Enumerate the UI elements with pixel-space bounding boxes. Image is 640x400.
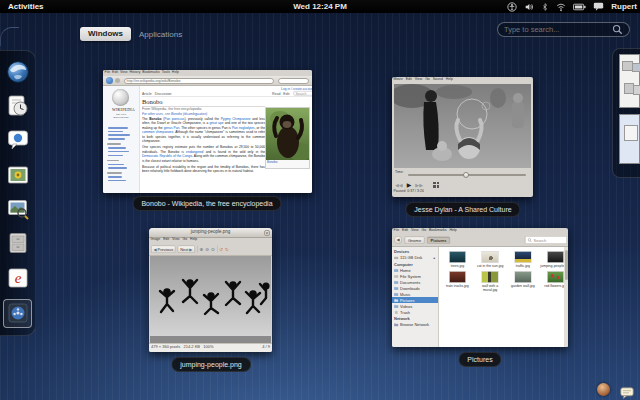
- tray-chat-icon[interactable]: [620, 385, 634, 400]
- next-button: Next▶: [178, 245, 195, 253]
- tab-windows[interactable]: Windows: [80, 27, 131, 41]
- scrollbar-thumb: [565, 250, 568, 280]
- rotate-right-icon: ↻: [225, 247, 229, 252]
- bonobo-photo: Bonobo: [265, 107, 310, 169]
- battery-icon[interactable]: [573, 3, 586, 11]
- viewer-statusbar: 479 × 360 pixels 214.2 KB 100% 4 / 9: [149, 343, 272, 352]
- dash-item-web-browser[interactable]: [4, 58, 31, 85]
- wikipedia-article: Log in / create account Article Discussi…: [140, 86, 312, 193]
- rotate-left-icon: ↺: [219, 247, 223, 252]
- chat-icon: [6, 128, 30, 152]
- dash: e: [0, 50, 36, 336]
- user-menu[interactable]: Rupert: [611, 2, 637, 11]
- window-caption: Jesse Dylan - A Shared Culture: [405, 202, 520, 217]
- window-file-manager[interactable]: File Edit View Go Bookmarks Help ◀ Gnome…: [392, 228, 568, 347]
- files-search-field: Search: [525, 236, 567, 244]
- dash-item-image-viewer[interactable]: [4, 196, 31, 223]
- window-caption: Bonobo - Wikipedia, the free encyclopedi…: [132, 196, 281, 211]
- article-heading: Bonobo: [142, 98, 265, 107]
- article-hatnote: For other uses, see Bonobo (disambiguati…: [142, 112, 265, 116]
- window-video-player[interactable]: Movie Edit View Go Sound Help: [392, 77, 533, 197]
- play-icon: ▶: [407, 181, 412, 188]
- fullscreen-grid-icon: [433, 182, 439, 188]
- movie-player-icon: [6, 301, 30, 325]
- dash-item-movie-player[interactable]: [3, 299, 32, 328]
- window-caption: Pictures: [458, 352, 501, 367]
- file-item: traffic.jpg: [508, 251, 539, 268]
- dash-item-clock[interactable]: [4, 93, 31, 120]
- volume-icon[interactable]: [524, 2, 534, 12]
- read-edit-tabs: Read Edit: [272, 92, 289, 96]
- dash-item-photos[interactable]: [4, 161, 31, 188]
- file-item: cat in the sun.jpg: [475, 251, 506, 268]
- status-area: Rupert: [507, 0, 637, 13]
- video-statusbar: Paused 0:37 / 3:20: [392, 189, 533, 197]
- tab-applications[interactable]: Applications: [133, 28, 188, 42]
- seek-handle: [463, 172, 469, 178]
- file-item: garden wall.jpg: [508, 271, 539, 292]
- back-button: ◀: [394, 236, 402, 244]
- video-controls: ◀◀ ▶ ▶▶: [395, 180, 439, 189]
- accessibility-icon[interactable]: [507, 2, 517, 12]
- files-toolbar: ◀ Gnome Pictures Search: [392, 234, 568, 247]
- time-label: Time:: [395, 170, 404, 174]
- evolution-icon: e: [6, 266, 30, 290]
- zoom-out-icon: ⊖: [205, 247, 209, 252]
- browser-search-field: [278, 78, 309, 84]
- next-icon: ▶▶: [415, 182, 423, 188]
- search-input[interactable]: [504, 25, 612, 34]
- seek-bar: [408, 174, 526, 176]
- web-browser-icon: [6, 60, 30, 84]
- chat-status-icon[interactable]: [593, 2, 604, 11]
- previous-button: ◀Previous: [151, 245, 176, 253]
- photos-icon: [6, 163, 30, 187]
- video-time-row: Time:: [392, 170, 533, 179]
- wiki-search-box: Search: [293, 91, 312, 96]
- close-icon: ×: [264, 230, 270, 236]
- bluetooth-icon[interactable]: [541, 2, 549, 12]
- wikipedia-wordmark: WIKIPEDIA The Free Encyclopedia: [103, 107, 139, 181]
- top-bar: Activities Wed 12:24 PM Rupert: [0, 0, 640, 13]
- sidebar-item-browse-network: Browse Network: [392, 322, 438, 328]
- url-field: http://en.wikipedia.org/wiki/Bonobo: [124, 78, 274, 84]
- video-menubar: Movie Edit View Go Sound Help: [392, 77, 533, 83]
- eject-icon: ▲: [433, 256, 436, 260]
- svg-text:e: e: [14, 270, 21, 286]
- workspace-thumbnail-2[interactable]: [619, 114, 640, 164]
- image-viewer-icon: [6, 197, 30, 221]
- article-tabs: Article Discussion: [142, 92, 172, 96]
- files-sidebar: Devices 115 GB Disk▲ Computer Home File …: [392, 247, 439, 347]
- viewer-image: [150, 256, 271, 343]
- dash-item-evolution[interactable]: e: [4, 264, 31, 291]
- file-item: train tracks.jpg: [442, 271, 473, 292]
- wifi-icon[interactable]: [556, 2, 566, 12]
- search-box[interactable]: [497, 22, 630, 37]
- window-image-viewer[interactable]: jumping-people.png × Image Edit View Go …: [149, 228, 272, 352]
- article-paragraph-3: Because of political instability in the …: [142, 164, 265, 173]
- path-button-current: Pictures: [427, 236, 450, 244]
- window-caption: jumping-people.png: [171, 357, 251, 372]
- dash-item-file-cabinet[interactable]: [4, 230, 31, 257]
- tray-avatar-icon[interactable]: [597, 383, 610, 396]
- wikipedia-tagline: The Free Encyclopedia: [113, 113, 128, 118]
- workspace-thumbnail-1[interactable]: [619, 54, 640, 108]
- article-paragraph-2: One species registry estimate puts the n…: [142, 145, 265, 163]
- wikipedia-sidebar: WIKIPEDIA The Free Encyclopedia: [103, 86, 140, 193]
- previous-icon: ◀◀: [395, 182, 403, 188]
- file-item: wall with a mural.jpg: [475, 271, 506, 292]
- wikipedia-page: WIKIPEDIA The Free Encyclopedia Log: [103, 86, 312, 193]
- zoom-fit-icon: ⊙: [211, 247, 215, 252]
- window-browser[interactable]: File Edit View History Bookmarks Tools H…: [103, 70, 312, 193]
- article-subheading: From Wikipedia, the free encyclopedia: [142, 107, 265, 111]
- overview-corner: [0, 27, 19, 46]
- file-cabinet-icon: [6, 231, 30, 255]
- viewer-title: jumping-people.png: [180, 228, 242, 234]
- forward-button: [115, 78, 120, 83]
- dash-item-chat[interactable]: [4, 127, 31, 154]
- gnome-shell-overview: Activities Wed 12:24 PM Rupert Windows A…: [0, 0, 640, 400]
- zoom-in-icon: ⊕: [199, 247, 203, 252]
- video-frame: [394, 84, 531, 168]
- file-item: trees.jpg: [442, 251, 473, 268]
- clock-icon: [6, 94, 30, 118]
- wikipedia-title: WIKIPEDIA: [112, 107, 130, 112]
